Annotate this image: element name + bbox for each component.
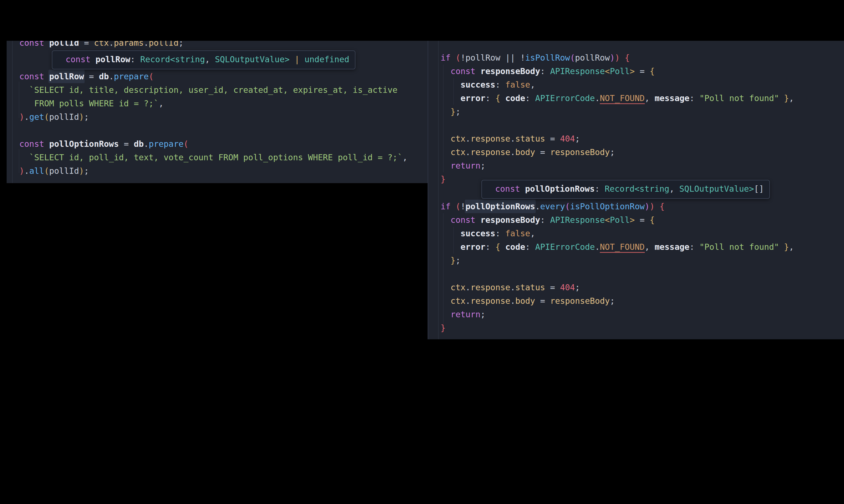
code-token: >: [630, 66, 635, 76]
code-token: body: [515, 147, 535, 157]
code-line[interactable]: error: { code: APIErrorCode.NOT_FOUND, m…: [441, 91, 844, 105]
code-token: (: [44, 112, 49, 122]
code-pane-right[interactable]: if (!pollRow || !isPollRow(pollRow)) { c…: [428, 41, 844, 339]
code-token: if: [441, 202, 456, 211]
code-token: .: [465, 283, 470, 292]
code-line[interactable]: const responseBody: APIResponse<Poll> = …: [441, 65, 844, 78]
code-token: return: [441, 309, 480, 319]
code-token: ,: [159, 98, 164, 108]
code-token: .: [510, 296, 515, 306]
code-token: ctx: [441, 147, 465, 157]
code-token: "Poll not found": [699, 242, 779, 252]
code-token: [779, 93, 784, 103]
code-line[interactable]: ctx.response.status = 404;: [441, 281, 844, 294]
code-token: .: [465, 134, 470, 143]
code-lines: const pollId = ctx.params.pollId;const p…: [6, 41, 428, 178]
code-token: "Poll not found": [699, 93, 779, 103]
empty-code-line[interactable]: [19, 124, 428, 137]
code-line[interactable]: ).all(pollId);: [19, 164, 428, 178]
code-token: [655, 202, 660, 211]
code-token: db: [134, 139, 144, 149]
code-token: APIErrorCode: [535, 242, 595, 252]
code-line[interactable]: ctx.response.body = responseBody;: [441, 145, 844, 159]
code-token: response: [470, 134, 510, 143]
code-token: :: [540, 215, 550, 225]
code-token: (: [149, 72, 154, 81]
code-token: const: [19, 72, 49, 81]
code-token: db: [99, 72, 109, 81]
code-token: const: [66, 55, 95, 64]
code-line[interactable]: ctx.response.status = 404;: [441, 132, 844, 145]
code-line[interactable]: if (!pollRow || !isPollRow(pollRow)) {: [441, 51, 844, 65]
code-line[interactable]: success: false,: [441, 78, 844, 91]
tooltip-row: const pollRow: Record<string, SQLOutputV…: [19, 50, 428, 70]
code-token: body: [515, 296, 535, 306]
code-token: (: [565, 202, 570, 211]
code-line[interactable]: `SELECT id, title, description, user_id,…: [19, 83, 428, 97]
code-token: ): [19, 112, 24, 122]
code-token: :: [689, 242, 699, 252]
code-token: .: [595, 93, 600, 103]
empty-code-line[interactable]: [441, 267, 844, 281]
code-token: :: [495, 80, 505, 90]
code-pane-left[interactable]: const pollId = ctx.params.pollId;const p…: [6, 41, 428, 183]
code-token: }: [441, 256, 456, 265]
code-line[interactable]: };: [441, 254, 844, 267]
code-token: if: [441, 53, 456, 62]
code-token: :: [689, 93, 699, 103]
code-line[interactable]: success: false,: [441, 227, 844, 240]
code-token: =: [545, 283, 560, 292]
code-token: {: [650, 215, 655, 225]
code-line[interactable]: };: [441, 105, 844, 119]
code-token: .: [510, 147, 515, 157]
code-token: {: [495, 242, 500, 252]
code-token: ;: [575, 134, 580, 143]
code-line[interactable]: `SELECT id, poll_id, text, vote_count FR…: [19, 151, 428, 164]
code-token: ): [645, 202, 650, 211]
code-line[interactable]: ctx.response.body = responseBody;: [441, 294, 844, 308]
code-line[interactable]: }: [441, 321, 844, 335]
code-token: message: [655, 242, 689, 252]
code-token: (: [44, 166, 49, 176]
code-token: =: [535, 147, 550, 157]
code-token: ,: [645, 93, 655, 103]
code-token: FROM polls WHERE id = ?;`: [19, 98, 159, 108]
code-line[interactable]: return;: [441, 159, 844, 173]
code-token: response: [470, 296, 510, 306]
code-token: =: [84, 72, 99, 81]
code-token: (: [456, 53, 460, 62]
code-line[interactable]: FROM polls WHERE id = ?;`,: [19, 97, 428, 110]
code-token: ctx: [441, 134, 465, 143]
code-line[interactable]: if (!pollOptionRows.every(isPollOptionRo…: [441, 200, 844, 213]
code-token: ;: [610, 296, 615, 306]
code-line[interactable]: const pollId = ctx.params.pollId;: [19, 41, 428, 50]
code-token: response: [470, 147, 510, 157]
code-token: response: [470, 283, 510, 292]
code-token: pollId: [49, 166, 79, 176]
code-token: APIResponse: [550, 215, 605, 225]
code-line[interactable]: const responseBody: APIResponse<Poll> = …: [441, 213, 844, 227]
empty-code-line[interactable]: [441, 119, 844, 132]
code-token: code: [505, 93, 525, 103]
code-line[interactable]: const pollRow = db.prepare(: [19, 70, 428, 83]
code-token: pollOptionRows: [525, 184, 595, 194]
code-line[interactable]: ).get(pollId);: [19, 110, 428, 124]
code-token: `SELECT id, title, description, user_id,…: [19, 85, 398, 95]
code-token: ): [19, 166, 24, 176]
code-token: :: [540, 66, 550, 76]
code-token: .: [535, 202, 540, 211]
code-token: .: [465, 147, 470, 157]
code-token: undefined: [300, 55, 349, 64]
code-token: Poll: [610, 215, 630, 225]
code-token: .: [510, 283, 515, 292]
code-token: =: [119, 139, 134, 149]
code-token: 404: [560, 283, 575, 292]
code-token: ;: [575, 283, 580, 292]
code-line[interactable]: const pollOptionRows = db.prepare(: [19, 137, 428, 151]
type-hint-tooltip: const pollOptionRows: Record<string, SQL…: [481, 180, 770, 199]
code-token: !pollRow || !: [460, 53, 525, 62]
screenshot-root: const pollId = ctx.params.pollId;const p…: [0, 0, 844, 504]
code-token: pollId: [149, 41, 179, 48]
code-line[interactable]: return;: [441, 308, 844, 321]
code-line[interactable]: error: { code: APIErrorCode.NOT_FOUND, m…: [441, 240, 844, 254]
